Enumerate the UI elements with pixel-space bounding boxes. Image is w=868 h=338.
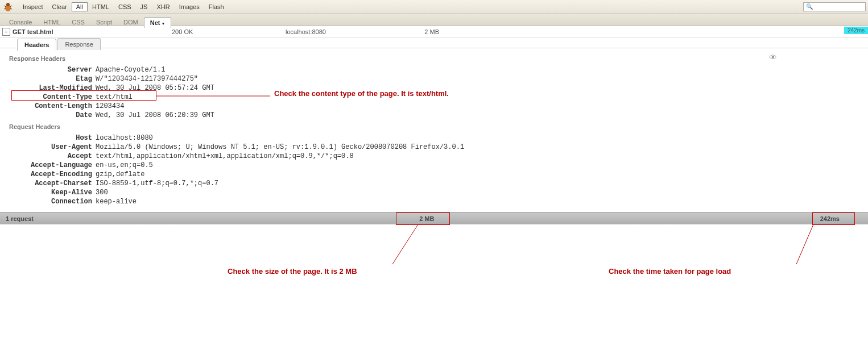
- header-row: Connectionkeep-alive: [9, 197, 859, 206]
- header-row: ServerApache-Coyote/1.1: [9, 65, 859, 74]
- main-toolbar: Inspect Clear AllHTMLCSSJSXHRImagesFlash…: [0, 0, 868, 14]
- panel-tabs: ConsoleHTMLCSSScriptDOMNet▼: [0, 14, 868, 26]
- header-row: Keep-Alive300: [9, 188, 859, 197]
- collapse-icon[interactable]: −: [2, 28, 10, 36]
- request-size: 2 MB: [405, 28, 439, 35]
- request-name: GET test.html: [13, 28, 172, 35]
- chevron-down-icon: ▼: [161, 22, 165, 26]
- header-value: Mozilla/5.0 (Windows; U; Windows NT 5.1;…: [96, 143, 464, 152]
- header-row: Content-Length1203434: [9, 102, 859, 111]
- svg-line-8: [796, 224, 813, 264]
- header-key: Last-Modified: [9, 84, 96, 93]
- header-row: Accepttext/html,application/xhtml+xml,ap…: [9, 152, 859, 161]
- annotation-content-type: Check the content type of the page. It i…: [274, 89, 449, 98]
- header-value: keep-alive: [96, 197, 137, 206]
- request-status: 200 OK: [172, 28, 286, 35]
- panel-tab-script[interactable]: Script: [90, 17, 118, 27]
- search-icon: 🔍: [806, 3, 813, 10]
- panel-tab-console[interactable]: Console: [3, 17, 38, 27]
- header-key: Server: [9, 65, 96, 74]
- filter-all[interactable]: All: [72, 2, 88, 11]
- search-input[interactable]: 🔍: [803, 2, 866, 11]
- header-key: Connection: [9, 197, 96, 206]
- header-value: localhost:8080: [96, 133, 153, 143]
- filter-html[interactable]: HTML: [88, 2, 114, 11]
- header-key: Content-Type: [9, 93, 96, 102]
- header-key: Content-Length: [9, 102, 96, 111]
- header-value: gzip,deflate: [96, 170, 144, 179]
- filter-images[interactable]: Images: [175, 2, 204, 11]
- header-key: Keep-Alive: [9, 188, 96, 197]
- request-row[interactable]: − GET test.html 200 OK localhost:8080 2 …: [0, 26, 868, 37]
- eye-icon[interactable]: 👁: [769, 53, 777, 62]
- request-time-badge: 242ms: [844, 27, 868, 34]
- header-key: Accept: [9, 152, 96, 161]
- header-key: Accept-Charset: [9, 179, 96, 188]
- header-key: User-Agent: [9, 143, 96, 152]
- status-size: 2 MB: [404, 215, 449, 222]
- header-row: DateWed, 30 Jul 2008 06:20:39 GMT: [9, 111, 859, 120]
- header-row: Accept-CharsetISO-8859-1,utf-8;q=0.7,*;q…: [9, 179, 859, 188]
- request-headers-title: Request Headers: [9, 123, 859, 130]
- header-row: EtagW/"1203434-1217397444275": [9, 74, 859, 84]
- filter-js[interactable]: JS: [136, 2, 152, 11]
- panel-tab-css[interactable]: CSS: [66, 17, 90, 27]
- status-time: 242ms: [820, 215, 840, 222]
- header-value: 300: [96, 188, 108, 197]
- header-value: text/html: [96, 93, 133, 102]
- firebug-icon: [2, 1, 14, 12]
- svg-point-1: [6, 3, 10, 6]
- status-requests: 1 request: [6, 215, 34, 222]
- filter-xhr[interactable]: XHR: [152, 2, 174, 11]
- headers-panel: 👁 Response Headers ServerApache-Coyote/1…: [0, 48, 868, 212]
- header-value: W/"1203434-1217397444275": [96, 74, 198, 84]
- header-row: Accept-Languageen-us,en;q=0.5: [9, 161, 859, 170]
- panel-tab-net[interactable]: Net▼: [144, 17, 172, 28]
- header-value: en-us,en;q=0.5: [96, 161, 153, 170]
- annotation-size: Check the size of the page. It is 2 MB: [228, 267, 357, 276]
- inspect-button[interactable]: Inspect: [18, 2, 47, 11]
- filter-flash[interactable]: Flash: [204, 2, 229, 11]
- header-key: Accept-Encoding: [9, 170, 96, 179]
- header-value: Apache-Coyote/1.1: [96, 65, 165, 74]
- header-value: 1203434: [96, 102, 124, 111]
- panel-tab-html[interactable]: HTML: [38, 17, 66, 27]
- annotation-time: Check the time taken for page load: [609, 267, 731, 276]
- filter-css[interactable]: CSS: [114, 2, 136, 11]
- header-value: Wed, 30 Jul 2008 06:20:39 GMT: [96, 111, 214, 120]
- header-key: Host: [9, 133, 96, 143]
- clear-button[interactable]: Clear: [47, 2, 71, 11]
- header-value: Wed, 30 Jul 2008 05:57:24 GMT: [96, 84, 214, 93]
- header-value: text/html,application/xhtml+xml,applicat…: [96, 152, 354, 161]
- svg-line-7: [392, 224, 418, 264]
- request-domain: localhost:8080: [286, 28, 405, 35]
- header-value: ISO-8859-1,utf-8;q=0.7,*;q=0.7: [96, 179, 218, 188]
- header-row: User-AgentMozilla/5.0 (Windows; U; Windo…: [9, 143, 859, 152]
- header-key: Etag: [9, 74, 96, 84]
- response-headers-title: Response Headers: [9, 55, 859, 62]
- sub-tabs: HeadersResponse: [0, 37, 868, 48]
- header-row: Accept-Encodinggzip,deflate: [9, 170, 859, 179]
- request-timeline: 242ms: [444, 27, 868, 37]
- panel-tab-dom[interactable]: DOM: [118, 17, 144, 27]
- header-key: Accept-Language: [9, 161, 96, 170]
- annotations-area: Check the size of the page. It is 2 MB C…: [0, 224, 868, 287]
- status-bar: 1 request 2 MB 242ms: [0, 212, 868, 224]
- header-row: Hostlocalhost:8080: [9, 133, 859, 143]
- header-key: Date: [9, 111, 96, 120]
